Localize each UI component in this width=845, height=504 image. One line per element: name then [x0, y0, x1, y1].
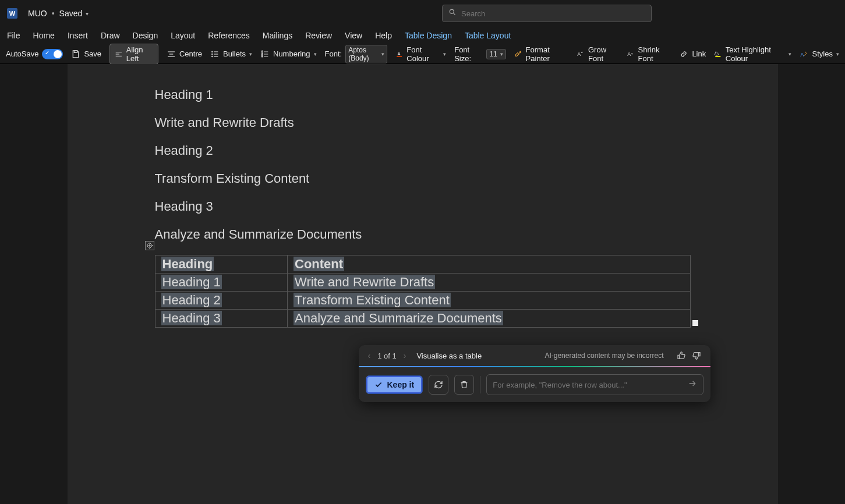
- thumbs-down-icon[interactable]: [692, 351, 701, 360]
- svg-point-13: [212, 56, 213, 56]
- svg-text:A: A: [800, 52, 804, 58]
- thumbs-up-icon[interactable]: [677, 351, 686, 360]
- svg-text:3: 3: [261, 55, 263, 58]
- send-icon[interactable]: [688, 379, 697, 391]
- table-row[interactable]: Heading 2 Transform Existing Content: [155, 292, 690, 310]
- table-resize-handle[interactable]: [692, 320, 698, 326]
- save-status: Saved: [59, 9, 83, 18]
- tab-design[interactable]: Design: [133, 31, 158, 40]
- autosave-toggle[interactable]: AutoSave ✓: [6, 49, 63, 59]
- ai-suggestion-popup: ‹ 1 of 1 › Visualise as a table AI-gener…: [359, 345, 710, 402]
- tab-file[interactable]: File: [7, 31, 20, 40]
- document-viewport[interactable]: Heading 1 Write and Rewrite Drafts Headi…: [0, 64, 845, 504]
- shrink-font-label: Shrink Font: [638, 45, 671, 63]
- font-picker[interactable]: Font: Aptos (Body) ▾: [325, 45, 387, 63]
- chevron-down-icon: ▾: [836, 51, 839, 57]
- centre-button[interactable]: Centre: [167, 49, 202, 59]
- bullets-button[interactable]: Bullets ▾: [210, 49, 252, 59]
- highlight-button[interactable]: Text Highlight Colour ▾: [714, 45, 791, 63]
- font-colour-label: Font Colour: [406, 45, 440, 63]
- tab-insert[interactable]: Insert: [68, 31, 88, 40]
- ai-popup-header: ‹ 1 of 1 › Visualise as a table AI-gener…: [359, 345, 710, 366]
- table-cell[interactable]: Heading 3: [155, 310, 288, 328]
- tab-mailings[interactable]: Mailings: [263, 31, 292, 40]
- table-cell[interactable]: Heading 2: [155, 292, 288, 310]
- numbering-button[interactable]: 123 Numbering ▾: [260, 49, 317, 59]
- link-button[interactable]: Link: [679, 49, 706, 59]
- chevron-down-icon: ▾: [443, 51, 446, 57]
- chevron-down-icon: ▾: [249, 51, 252, 57]
- tab-review[interactable]: Review: [305, 31, 332, 40]
- table-row[interactable]: Heading 3 Analyze and Summarize Document…: [155, 310, 690, 328]
- shrink-font-button[interactable]: A▾ Shrink Font: [627, 45, 671, 63]
- doc-line[interactable]: Transform Existing Content: [155, 171, 691, 186]
- table-row[interactable]: Heading Content: [155, 255, 690, 274]
- ai-prompt-input-wrapper[interactable]: [486, 374, 703, 395]
- font-label: Font:: [325, 49, 342, 58]
- keep-it-button[interactable]: Keep it: [366, 375, 423, 394]
- tab-table-design[interactable]: Table Design: [405, 31, 452, 40]
- search-input[interactable]: [461, 9, 645, 18]
- align-left-button[interactable]: Align Left: [109, 44, 158, 65]
- trash-icon: [459, 380, 469, 389]
- save-button[interactable]: Save: [71, 49, 101, 59]
- document-page[interactable]: Heading 1 Write and Rewrite Drafts Headi…: [68, 64, 778, 504]
- font-colour-icon: A: [395, 49, 403, 59]
- link-icon: [679, 49, 688, 59]
- keep-it-label: Keep it: [387, 380, 415, 389]
- document-title[interactable]: MUO Saved ▾: [28, 9, 89, 18]
- search-box[interactable]: [442, 5, 652, 22]
- numbering-label: Numbering: [273, 49, 310, 58]
- next-suggestion-icon[interactable]: ›: [404, 351, 406, 360]
- title-bar: W MUO Saved ▾: [0, 0, 845, 27]
- tab-help[interactable]: Help: [375, 31, 392, 40]
- regenerate-button[interactable]: [429, 375, 448, 395]
- shrink-font-icon: A▾: [627, 49, 635, 59]
- ribbon-tabs: File Home Insert Draw Design Layout Refe…: [0, 27, 845, 44]
- table-move-handle[interactable]: [145, 241, 154, 250]
- save-label: Save: [84, 49, 101, 58]
- save-icon: [71, 49, 80, 59]
- tab-home[interactable]: Home: [33, 31, 55, 40]
- doc-line[interactable]: Write and Rewrite Drafts: [155, 115, 691, 130]
- styles-icon: A: [800, 49, 809, 59]
- doc-line[interactable]: Analyze and Summarize Documents: [155, 227, 691, 242]
- font-size-label: Font Size:: [454, 45, 483, 63]
- discard-button[interactable]: [454, 375, 474, 395]
- chevron-down-icon: ▾: [381, 51, 384, 57]
- doc-line[interactable]: Heading 2: [155, 143, 691, 158]
- ai-actions-row: Keep it: [359, 367, 710, 402]
- tab-references[interactable]: References: [208, 31, 250, 40]
- table-cell[interactable]: Heading 1: [155, 274, 288, 292]
- svg-text:▴: ▴: [581, 50, 583, 53]
- ai-prompt-input[interactable]: [493, 381, 687, 389]
- toggle-switch-icon: ✓: [42, 49, 63, 59]
- font-size-picker[interactable]: Font Size: 11 ▾: [454, 45, 506, 63]
- grow-font-button[interactable]: A▴ Grow Font: [577, 45, 618, 63]
- table-header-cell[interactable]: Heading: [155, 255, 288, 274]
- doc-line[interactable]: Heading 3: [155, 199, 691, 214]
- size-combo[interactable]: 11 ▾: [486, 49, 506, 59]
- prev-suggestion-icon[interactable]: ‹: [368, 351, 371, 360]
- tab-draw[interactable]: Draw: [101, 31, 120, 40]
- tab-table-layout[interactable]: Table Layout: [465, 31, 511, 40]
- table-row[interactable]: Heading 1 Write and Rewrite Drafts: [155, 274, 690, 292]
- font-combo[interactable]: Aptos (Body) ▾: [345, 45, 387, 63]
- format-painter-button[interactable]: Format Painter: [514, 45, 568, 63]
- svg-point-11: [212, 54, 213, 54]
- document-table[interactable]: Heading Content Heading 1 Write and Rewr…: [155, 255, 691, 328]
- tab-view[interactable]: View: [345, 31, 362, 40]
- ai-disclaimer: AI-generated content may be incorrect: [545, 352, 663, 360]
- table-header-cell[interactable]: Content: [288, 255, 690, 274]
- styles-button[interactable]: A Styles ▾: [800, 49, 839, 59]
- table-cell[interactable]: Write and Rewrite Drafts: [288, 274, 690, 292]
- grow-font-icon: A▴: [577, 49, 585, 59]
- vertical-divider: [480, 376, 480, 393]
- font-value: Aptos (Body): [348, 46, 379, 62]
- doc-line[interactable]: Heading 1: [155, 87, 691, 102]
- tab-layout[interactable]: Layout: [171, 31, 195, 40]
- font-colour-button[interactable]: A Font Colour ▾: [395, 45, 446, 63]
- table-cell[interactable]: Transform Existing Content: [288, 292, 690, 310]
- svg-rect-2: [75, 51, 77, 52]
- table-cell[interactable]: Analyze and Summarize Documents: [288, 310, 690, 328]
